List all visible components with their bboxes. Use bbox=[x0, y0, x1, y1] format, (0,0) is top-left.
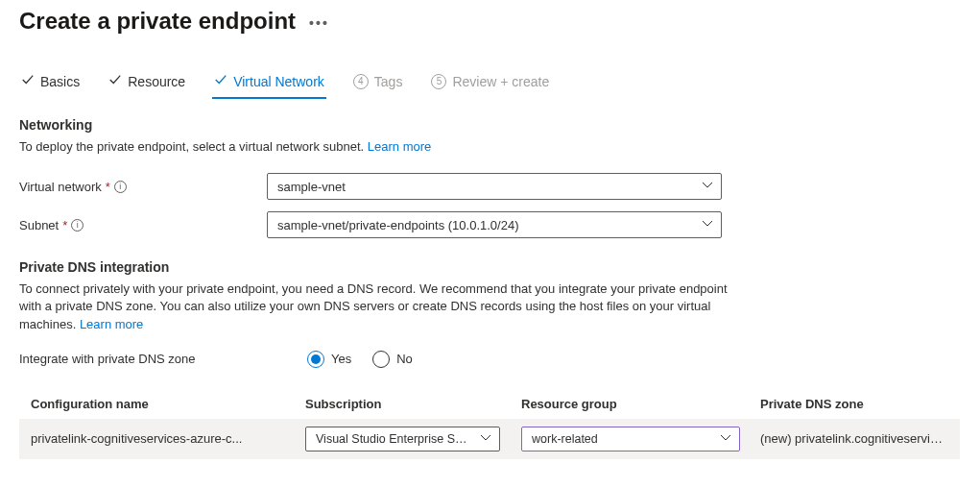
networking-learn-more-link[interactable]: Learn more bbox=[368, 139, 431, 154]
table-header: Configuration name Subscription Resource… bbox=[19, 389, 960, 419]
checkmark-icon bbox=[108, 73, 122, 89]
tab-resource[interactable]: Resource bbox=[107, 67, 187, 99]
tab-virtual-network[interactable]: Virtual Network bbox=[212, 67, 326, 99]
networking-description: To deploy the private endpoint, select a… bbox=[19, 138, 749, 156]
tab-review-create: 5 Review + create bbox=[429, 67, 551, 99]
required-asterisk: * bbox=[106, 180, 110, 194]
networking-heading: Networking bbox=[19, 117, 961, 133]
checkmark-icon bbox=[21, 73, 35, 89]
tab-label: Basics bbox=[40, 74, 80, 89]
subscription-select[interactable]: Visual Studio Enterprise Subscrip… bbox=[305, 427, 500, 451]
info-icon[interactable]: i bbox=[114, 181, 127, 193]
page-title: Create a private endpoint bbox=[19, 8, 296, 35]
tab-basics[interactable]: Basics bbox=[19, 67, 82, 99]
label-text: Virtual network bbox=[19, 180, 102, 194]
virtual-network-select[interactable]: sample-vnet bbox=[267, 173, 722, 200]
radio-label: No bbox=[396, 352, 413, 366]
chevron-down-icon bbox=[480, 431, 491, 446]
dns-description: To connect privately with your private e… bbox=[19, 281, 749, 333]
dns-learn-more-link[interactable]: Learn more bbox=[80, 317, 143, 331]
radio-icon bbox=[307, 351, 324, 368]
wizard-tabs: Basics Resource Virtual Network 4 Tags 5… bbox=[19, 67, 961, 100]
tab-label: Review + create bbox=[452, 74, 549, 89]
dns-zone-table: Configuration name Subscription Resource… bbox=[19, 389, 960, 459]
select-value: Visual Studio Enterprise Subscrip… bbox=[316, 432, 472, 446]
radio-no[interactable]: No bbox=[372, 351, 413, 368]
col-subscription: Subscription bbox=[305, 397, 515, 411]
cell-config-name: privatelink-cognitiveservices-azure-c... bbox=[31, 431, 299, 446]
step-number-icon: 4 bbox=[353, 74, 369, 89]
dns-heading: Private DNS integration bbox=[19, 259, 961, 275]
radio-icon bbox=[372, 351, 390, 368]
tab-label: Virtual Network bbox=[233, 74, 324, 89]
label-text: Subnet bbox=[19, 218, 59, 232]
cell-private-dns-zone: (new) privatelink.cognitiveservices.az..… bbox=[760, 431, 948, 446]
step-number-icon: 5 bbox=[431, 74, 446, 89]
section-private-dns: Private DNS integration To connect priva… bbox=[19, 259, 961, 459]
integrate-dns-label: Integrate with private DNS zone bbox=[19, 352, 290, 366]
tab-tags: 4 Tags bbox=[351, 67, 405, 99]
section-networking: Networking To deploy the private endpoin… bbox=[19, 117, 961, 238]
table-row: privatelink-cognitiveservices-azure-c...… bbox=[19, 419, 960, 459]
chevron-down-icon bbox=[720, 431, 731, 446]
more-actions-icon[interactable]: ••• bbox=[309, 15, 329, 31]
subnet-select[interactable]: sample-vnet/private-endpoints (10.0.1.0/… bbox=[267, 211, 722, 238]
tab-label: Resource bbox=[128, 74, 185, 89]
radio-yes[interactable]: Yes bbox=[307, 351, 351, 368]
integrate-dns-radio-group: Yes No bbox=[307, 351, 413, 368]
select-value: sample-vnet/private-endpoints (10.0.1.0/… bbox=[277, 218, 518, 232]
virtual-network-label: Virtual network * i bbox=[19, 180, 267, 194]
tab-label: Tags bbox=[374, 74, 403, 89]
subnet-label: Subnet * i bbox=[19, 218, 267, 232]
chevron-down-icon bbox=[702, 180, 713, 194]
col-private-dns-zone: Private DNS zone bbox=[760, 397, 948, 411]
info-icon[interactable]: i bbox=[71, 219, 84, 232]
col-config-name: Configuration name bbox=[31, 397, 299, 411]
resource-group-select[interactable]: work-related bbox=[521, 427, 740, 451]
select-value: sample-vnet bbox=[277, 180, 346, 194]
required-asterisk: * bbox=[62, 218, 67, 232]
networking-desc-text: To deploy the private endpoint, select a… bbox=[19, 139, 368, 154]
chevron-down-icon bbox=[702, 218, 713, 232]
col-resource-group: Resource group bbox=[521, 397, 754, 411]
select-value: work-related bbox=[532, 432, 598, 446]
radio-label: Yes bbox=[331, 352, 351, 366]
checkmark-icon bbox=[214, 73, 227, 89]
